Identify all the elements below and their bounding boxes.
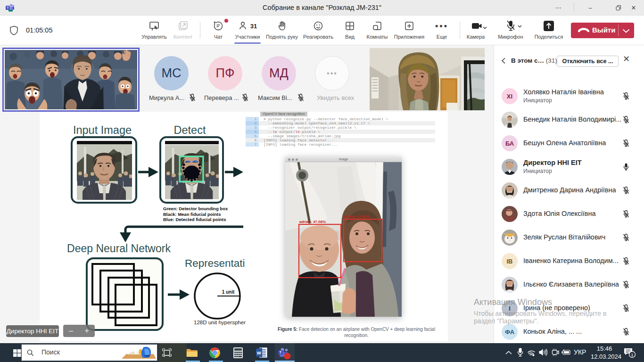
svg-text:T: T <box>280 351 282 354</box>
svg-text:1 unit: 1 unit <box>222 289 235 295</box>
svg-text:trisha: 42.48%: trisha: 42.48% <box>344 214 370 219</box>
svg-text:W: W <box>257 350 261 355</box>
svg-text:1: 1 <box>631 352 633 357</box>
svg-text:adrian: 47.08%: adrian: 47.08% <box>299 220 326 224</box>
